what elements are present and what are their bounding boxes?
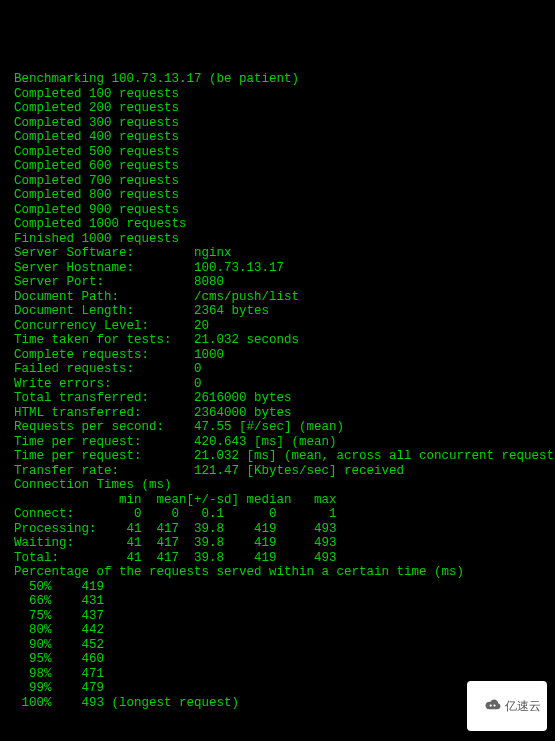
concurrency-level: Concurrency Level: 20 (14, 319, 543, 334)
progress-line: Completed 100 requests (14, 87, 543, 102)
connection-times-connect: Connect: 0 0 0.1 0 1 (14, 507, 543, 522)
watermark-text: 亿速云 (505, 699, 541, 714)
progress-line: Completed 600 requests (14, 159, 543, 174)
document-length: Document Length: 2364 bytes (14, 304, 543, 319)
html-transferred: HTML transferred: 2364000 bytes (14, 406, 543, 421)
progress-line: Completed 300 requests (14, 116, 543, 131)
percentile-row: 95% 460 (14, 652, 543, 667)
write-errors: Write errors: 0 (14, 377, 543, 392)
transfer-rate: Transfer rate: 121.47 [Kbytes/sec] recei… (14, 464, 543, 479)
progress-line: Completed 500 requests (14, 145, 543, 160)
server-hostname: Server Hostname: 100.73.13.17 (14, 261, 543, 276)
document-path: Document Path: /cms/push/list (14, 290, 543, 305)
total-transferred: Total transferred: 2616000 bytes (14, 391, 543, 406)
percentile-row: 100% 493 (longest request) (14, 696, 543, 711)
progress-line: Finished 1000 requests (14, 232, 543, 247)
connection-times-title: Connection Times (ms) (14, 478, 543, 493)
progress-line: Completed 900 requests (14, 203, 543, 218)
percentile-row: 66% 431 (14, 594, 543, 609)
progress-line: Completed 400 requests (14, 130, 543, 145)
percentile-row: 90% 452 (14, 638, 543, 653)
connection-times-waiting: Waiting: 41 417 39.8 419 493 (14, 536, 543, 551)
terminal-output: Benchmarking 100.73.13.17 (be patient)Co… (14, 72, 543, 710)
time-taken: Time taken for tests: 21.032 seconds (14, 333, 543, 348)
progress-line: Completed 800 requests (14, 188, 543, 203)
connection-times-total: Total: 41 417 39.8 419 493 (14, 551, 543, 566)
server-software: Server Software: nginx (14, 246, 543, 261)
progress-line: Completed 1000 requests (14, 217, 543, 232)
time-per-request-mean: Time per request: 420.643 [ms] (mean) (14, 435, 543, 450)
complete-requests: Complete requests: 1000 (14, 348, 543, 363)
time-per-request-concurrent: Time per request: 21.032 [ms] (mean, acr… (14, 449, 543, 464)
benchmark-header: Benchmarking 100.73.13.17 (be patient) (14, 72, 543, 87)
connection-times-header: min mean[+/-sd] median max (14, 493, 543, 508)
server-port: Server Port: 8080 (14, 275, 543, 290)
requests-per-second: Requests per second: 47.55 [#/sec] (mean… (14, 420, 543, 435)
percentile-row: 50% 419 (14, 580, 543, 595)
percentile-row: 75% 437 (14, 609, 543, 624)
percentile-row: 99% 479 (14, 681, 543, 696)
cloud-icon (471, 683, 502, 730)
percentile-row: 98% 471 (14, 667, 543, 682)
failed-requests: Failed requests: 0 (14, 362, 543, 377)
percentile-row: 80% 442 (14, 623, 543, 638)
watermark-badge: 亿速云 (467, 681, 547, 732)
percentiles-title: Percentage of the requests served within… (14, 565, 543, 580)
progress-line: Completed 200 requests (14, 101, 543, 116)
connection-times-processing: Processing: 41 417 39.8 419 493 (14, 522, 543, 537)
progress-line: Completed 700 requests (14, 174, 543, 189)
